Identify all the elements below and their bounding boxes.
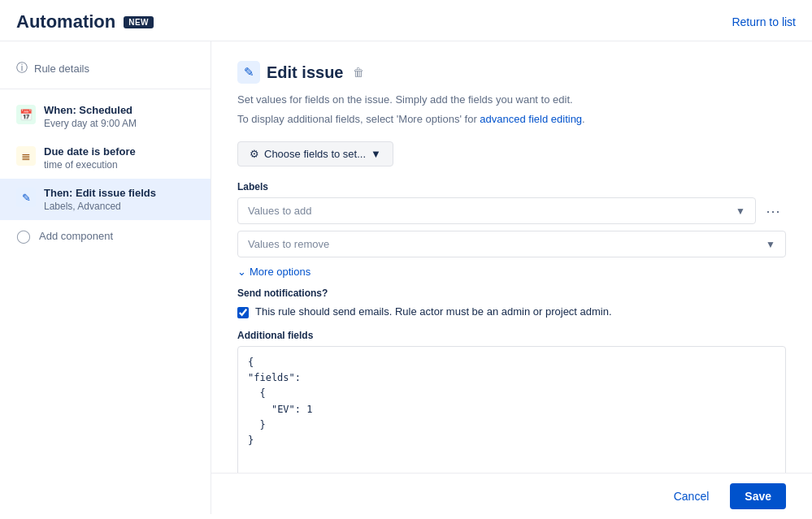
sidebar-item-due-content: Due date is before time of execution [44,145,194,171]
return-to-list-link[interactable]: Return to list [732,15,796,28]
values-to-add-select[interactable]: Values to add ▼ [237,197,756,224]
trash-icon[interactable]: 🗑 [353,66,364,79]
more-options-label: More options [250,266,310,278]
description-line2: To display additional fields, select 'Mo… [237,111,786,128]
more-options-toggle[interactable]: ⌄ More options [237,266,786,278]
header: Automation NEW Return to list [0,0,812,41]
sidebar-item-edit-sub: Labels, Advanced [44,201,194,212]
values-to-remove-placeholder: Values to remove [248,238,329,250]
description-line1: Set values for fields on the issue. Simp… [237,92,786,108]
sidebar-item-edit-issue[interactable]: ✎ Then: Edit issue fields Labels, Advanc… [0,179,211,220]
calendar-icon: 📅 [16,105,36,124]
sidebar-item-when-title: When: Scheduled [44,104,194,116]
info-icon: ⓘ [16,61,28,76]
values-to-add-row: Values to add ▼ ⋯ [237,197,786,224]
sidebar-item-due-title: Due date is before [44,145,194,158]
new-badge: NEW [124,16,154,28]
add-component[interactable]: ◯ Add component [0,220,211,252]
rule-details-label: Rule details [34,63,89,75]
choose-fields-button[interactable]: ⚙ Choose fields to set... ▼ [237,141,393,167]
sidebar-item-due-sub: time of execution [44,159,194,171]
additional-fields-textarea[interactable] [237,346,786,484]
sidebar-item-edit-content: Then: Edit issue fields Labels, Advanced [44,187,194,212]
app-title: Automation [16,11,115,32]
action-bar: Cancel Save [211,473,812,519]
content-area: ✎ Edit issue 🗑 Set values for fields on … [211,41,812,514]
sidebar: ⓘ Rule details 📅 When: Scheduled Every d… [0,41,211,514]
description-suffix: . [582,113,585,125]
save-button[interactable]: Save [730,483,786,509]
header-left: Automation NEW [16,11,154,32]
send-notifications-checkbox-label: This rule should send emails. Rule actor… [255,305,612,318]
cancel-button[interactable]: Cancel [661,483,723,509]
content-header-icon: ✎ [237,61,260,84]
sidebar-item-due-date[interactable]: ≣ Due date is before time of execution [0,137,211,179]
values-to-remove-row: Values to remove ▼ [237,231,786,257]
content-header: ✎ Edit issue 🗑 [237,61,786,84]
chevron-down-icon: ▼ [371,148,381,160]
description-prefix: To display additional fields, select 'Mo… [237,113,480,125]
sidebar-item-when-content: When: Scheduled Every day at 9:00 AM [44,104,194,129]
circle-icon: ◯ [16,228,31,244]
send-notifications-row: This rule should send emails. Rule actor… [237,305,786,318]
sidebar-item-when-scheduled[interactable]: 📅 When: Scheduled Every day at 9:00 AM [0,96,211,137]
sidebar-item-edit-title: Then: Edit issue fields [44,187,194,199]
labels-field-label: Labels [237,181,786,192]
send-notifications-checkbox[interactable] [237,307,249,318]
additional-fields-label: Additional fields [237,330,786,341]
send-notifications-label: Send notifications? [237,288,786,299]
sidebar-divider [0,89,211,89]
sidebar-rule-details[interactable]: ⓘ Rule details [0,54,211,82]
values-to-remove-select[interactable]: Values to remove ▼ [237,231,786,257]
edit-icon: ✎ [16,188,36,207]
values-to-add-placeholder: Values to add [248,205,312,217]
chevron-down-icon: ⌄ [237,266,246,278]
gear-icon: ⚙ [250,148,259,160]
trigger-icon: ≣ [16,146,36,166]
content-title: Edit issue [267,63,343,82]
choose-fields-label: Choose fields to set... [264,148,366,160]
main-layout: ⓘ Rule details 📅 When: Scheduled Every d… [0,41,812,514]
chevron-down-icon: ▼ [736,205,745,217]
sidebar-item-when-sub: Every day at 9:00 AM [44,118,194,129]
chevron-down-icon: ▼ [766,239,775,250]
advanced-field-link[interactable]: advanced field editing [480,113,582,125]
add-component-label: Add component [39,230,113,242]
ellipsis-menu-button[interactable]: ⋯ [761,199,786,223]
